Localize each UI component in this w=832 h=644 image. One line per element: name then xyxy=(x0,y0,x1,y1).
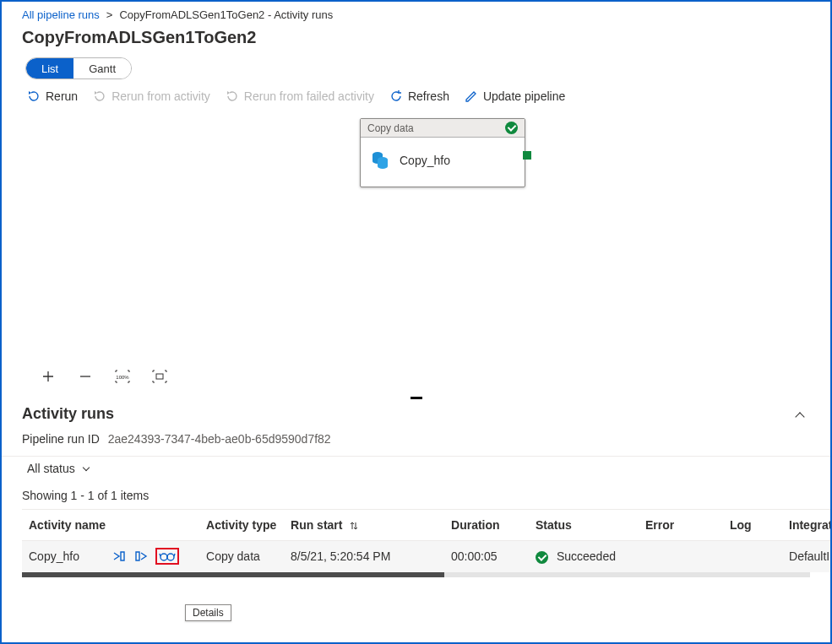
zoom-controls: 100% xyxy=(39,367,169,386)
col-status[interactable]: Status xyxy=(529,510,639,541)
rerun-label: Rerun xyxy=(46,89,78,103)
activity-card-copy-data[interactable]: Copy data Copy_hfo xyxy=(360,118,525,187)
table-header-row: Activity name Activity type Run start Du… xyxy=(22,510,830,541)
status-filter-label: All status xyxy=(27,462,75,475)
col-run-start[interactable]: Run start xyxy=(284,510,444,541)
rerun-from-failed-label: Rerun from failed activity xyxy=(244,89,374,103)
zoom-fit-button[interactable] xyxy=(150,367,169,386)
col-activity-name[interactable]: Activity name xyxy=(22,510,199,541)
collapse-section-button[interactable] xyxy=(790,405,810,425)
fit-100-icon: 100% xyxy=(115,370,130,383)
sort-icon xyxy=(349,521,359,531)
glasses-icon xyxy=(159,550,176,562)
refresh-button[interactable]: Refresh xyxy=(389,89,449,103)
activity-card-type: Copy data xyxy=(367,122,414,134)
activity-output-handle[interactable] xyxy=(523,151,531,160)
status-success-icon xyxy=(536,551,548,564)
success-icon xyxy=(505,122,518,134)
rerun-button[interactable]: Rerun xyxy=(27,89,78,103)
output-icon xyxy=(134,549,148,563)
chevron-up-icon xyxy=(795,412,804,421)
rerun-from-activity-icon xyxy=(93,89,106,103)
cell-run-start: 8/5/21, 5:20:54 PM xyxy=(284,541,444,572)
col-log[interactable]: Log xyxy=(723,510,782,541)
fit-screen-icon xyxy=(152,370,167,383)
database-copy-icon xyxy=(369,149,391,171)
pipeline-run-id-label: Pipeline run ID xyxy=(22,432,100,446)
cell-duration: 00:00:05 xyxy=(444,541,529,572)
cell-activity-type: Copy data xyxy=(199,541,284,572)
pipeline-canvas[interactable]: Copy data Copy_hfo xyxy=(22,110,810,395)
zoom-out-button[interactable] xyxy=(76,367,95,386)
pipeline-run-id-value: 2ae24393-7347-4beb-ae0b-65d9590d7f82 xyxy=(108,432,331,446)
rerun-icon xyxy=(27,89,41,103)
rerun-from-activity-button: Rerun from activity xyxy=(93,89,210,103)
pencil-icon xyxy=(465,89,478,103)
input-button[interactable] xyxy=(111,549,127,564)
cell-error xyxy=(639,541,723,572)
update-pipeline-label: Update pipeline xyxy=(483,89,565,103)
toolbar: Rerun Rerun from activity Rerun from fai… xyxy=(2,88,830,110)
minus-icon xyxy=(79,371,91,382)
details-button[interactable] xyxy=(155,548,179,565)
horizontal-scrollbar[interactable] xyxy=(22,572,810,577)
zoom-in-button[interactable] xyxy=(39,367,57,386)
refresh-icon xyxy=(389,89,403,103)
activity-runs-table: Activity name Activity type Run start Du… xyxy=(22,509,830,577)
chevron-down-icon xyxy=(83,464,90,471)
activity-runs-header: Activity runs xyxy=(22,405,114,423)
rerun-from-activity-label: Rerun from activity xyxy=(111,89,210,103)
table-row[interactable]: Copy_hfo Copy xyxy=(22,541,830,572)
page-title: CopyFromADLSGen1ToGen2 xyxy=(2,26,830,56)
cell-log xyxy=(723,541,782,572)
details-tooltip: Details xyxy=(185,604,231,621)
view-toggle: List Gantt xyxy=(25,57,132,79)
output-button[interactable] xyxy=(133,549,149,564)
plus-icon xyxy=(42,371,54,382)
cell-status: Succeeded xyxy=(529,541,639,572)
svg-rect-3 xyxy=(156,374,163,379)
col-duration[interactable]: Duration xyxy=(444,510,529,541)
status-text: Succeeded xyxy=(557,549,616,563)
refresh-label: Refresh xyxy=(408,89,449,103)
zoom-reset-button[interactable]: 100% xyxy=(113,367,132,386)
activity-card-name: Copy_hfo xyxy=(400,154,450,167)
breadcrumb: All pipeline runs > CopyFromADLSGen1ToGe… xyxy=(2,2,830,26)
rerun-from-failed-icon xyxy=(226,89,239,103)
svg-point-5 xyxy=(167,554,174,560)
svg-point-4 xyxy=(160,554,167,560)
rerun-from-failed-button: Rerun from failed activity xyxy=(226,89,374,103)
breadcrumb-separator: > xyxy=(106,8,113,21)
col-integration-runtime[interactable]: Integration runtime xyxy=(782,510,830,541)
breadcrumb-root-link[interactable]: All pipeline runs xyxy=(22,8,100,21)
col-error[interactable]: Error xyxy=(639,510,723,541)
scrollbar-thumb[interactable] xyxy=(22,572,444,577)
svg-text:100%: 100% xyxy=(116,375,129,380)
items-count-label: Showing 1 - 1 of 1 items xyxy=(2,480,830,509)
col-run-start-label: Run start xyxy=(291,518,342,532)
view-tab-gantt[interactable]: Gantt xyxy=(73,58,131,78)
update-pipeline-button[interactable]: Update pipeline xyxy=(465,89,565,103)
col-activity-type[interactable]: Activity type xyxy=(199,510,284,541)
input-icon xyxy=(112,549,126,563)
cell-activity-name: Copy_hfo xyxy=(22,541,106,572)
view-tab-list[interactable]: List xyxy=(26,58,73,78)
cell-integration-runtime: DefaultInteg xyxy=(782,541,830,572)
breadcrumb-current: CopyFromADLSGen1ToGen2 - Activity runs xyxy=(119,8,333,21)
status-filter-dropdown[interactable]: All status xyxy=(2,456,830,480)
panel-resize-handle[interactable] xyxy=(411,397,422,399)
